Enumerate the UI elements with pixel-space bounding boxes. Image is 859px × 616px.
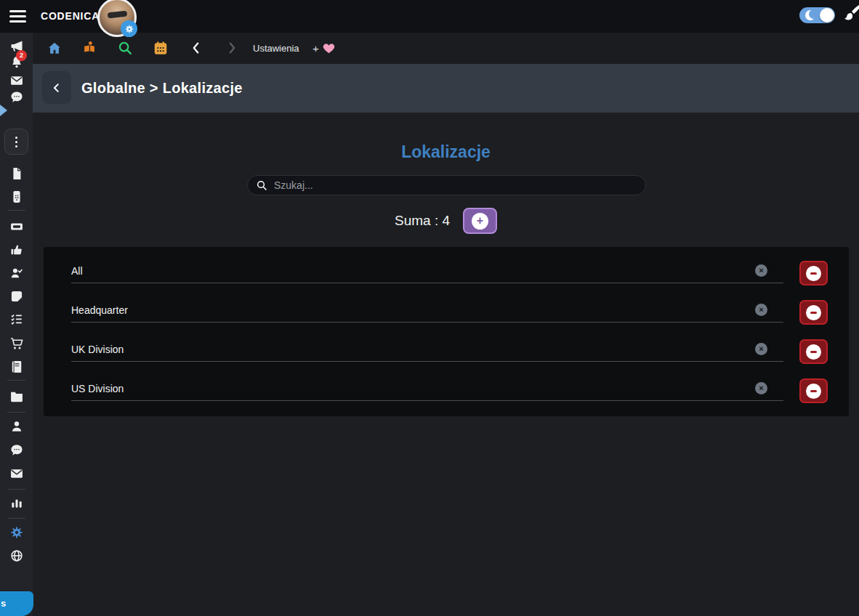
remove-location-button[interactable] — [799, 378, 828, 403]
hamburger-menu-icon[interactable] — [9, 10, 26, 23]
folder-icon[interactable] — [9, 389, 24, 404]
bar-chart-icon[interactable] — [9, 495, 24, 510]
chat-icon[interactable] — [9, 443, 24, 458]
user-check-icon[interactable] — [9, 266, 24, 280]
breadcrumb: Globalne > Lokalizacje — [81, 64, 243, 113]
sidebar: 2 — [0, 33, 33, 616]
add-location-button[interactable]: + — [463, 208, 497, 234]
new-tab-button[interactable]: + — [312, 33, 319, 64]
minus-icon — [806, 266, 821, 281]
sum-label: Suma : 4 — [395, 213, 450, 229]
heart-icon[interactable] — [322, 41, 336, 55]
cart-icon[interactable] — [9, 336, 24, 351]
notification-badge: 2 — [16, 50, 27, 61]
dark-mode-toggle[interactable] — [799, 7, 835, 23]
chat-icon[interactable] — [9, 90, 24, 105]
page-header: Globalne > Lokalizacje — [33, 64, 859, 113]
avatar-gear-badge-icon — [121, 20, 137, 37]
sidebar-divider — [7, 518, 25, 519]
minus-icon — [806, 344, 821, 360]
calendar-icon[interactable] — [153, 40, 169, 56]
theme-brush-icon[interactable] — [841, 1, 859, 25]
location-row: Headquarter × — [71, 300, 828, 325]
toggle-knob — [820, 8, 834, 23]
clear-icon[interactable]: × — [755, 343, 767, 355]
locations-panel: All × Headquarter × UK Division × — [44, 247, 849, 416]
envelope-icon[interactable] — [9, 466, 24, 481]
checklist-icon[interactable] — [9, 312, 24, 327]
search-icon — [256, 179, 267, 191]
more-options-button[interactable] — [4, 129, 28, 155]
clear-icon[interactable]: × — [755, 382, 767, 394]
gear-icon[interactable] — [9, 525, 24, 540]
sidebar-divider — [7, 210, 25, 211]
thumbs-up-icon[interactable] — [9, 243, 24, 257]
location-row: UK Division × — [71, 339, 828, 364]
remove-location-button[interactable] — [799, 261, 828, 285]
ticket-icon[interactable] — [9, 219, 24, 234]
globe-icon[interactable] — [9, 548, 24, 563]
back-button[interactable] — [42, 71, 71, 104]
sidebar-divider — [7, 412, 25, 413]
location-name-field[interactable]: UK Division × — [71, 339, 783, 362]
note-icon[interactable] — [9, 289, 24, 304]
chevron-left-icon[interactable] — [188, 40, 204, 56]
search-bar — [247, 175, 646, 195]
device-icon[interactable] — [9, 190, 24, 204]
remove-location-button[interactable] — [799, 300, 828, 325]
location-row: US Division × — [71, 378, 828, 403]
bottom-left-tooltip: s — [0, 591, 33, 616]
panel-pointer — [0, 105, 7, 116]
location-row: All × — [71, 261, 828, 285]
file-icon[interactable] — [9, 166, 24, 181]
location-name-field[interactable]: US Division × — [71, 378, 783, 401]
clear-icon[interactable]: × — [755, 304, 767, 316]
main-content: Lokalizacje Suma : 4 + All × Headquarter — [33, 113, 859, 616]
tab-toolbar: Ustawienia + — [33, 33, 859, 64]
user-icon[interactable] — [9, 419, 24, 434]
user-desk-icon[interactable] — [81, 40, 97, 56]
location-name-field[interactable]: Headquarter × — [71, 300, 783, 323]
book-icon[interactable] — [9, 360, 24, 374]
clear-icon[interactable]: × — [755, 264, 767, 277]
sidebar-divider — [7, 489, 25, 490]
minus-icon — [806, 384, 821, 399]
remove-location-button[interactable] — [799, 339, 828, 364]
page-title: Lokalizacje — [33, 142, 859, 162]
home-icon[interactable] — [47, 40, 62, 56]
tab-ustawienia[interactable]: Ustawienia — [253, 33, 299, 64]
summary-row: Suma : 4 + — [33, 207, 859, 235]
user-avatar[interactable] — [97, 0, 137, 37]
chevron-right-icon[interactable] — [224, 40, 240, 56]
minus-icon — [806, 305, 821, 320]
search-icon[interactable] — [117, 40, 133, 56]
sunglasses — [108, 11, 128, 19]
plus-icon: + — [472, 213, 488, 230]
sidebar-divider — [7, 380, 25, 381]
search-input[interactable] — [247, 175, 646, 195]
location-name-field[interactable]: All × — [71, 261, 783, 283]
envelope-icon[interactable] — [9, 73, 24, 88]
brand-logo: CODENICA — [41, 0, 100, 33]
